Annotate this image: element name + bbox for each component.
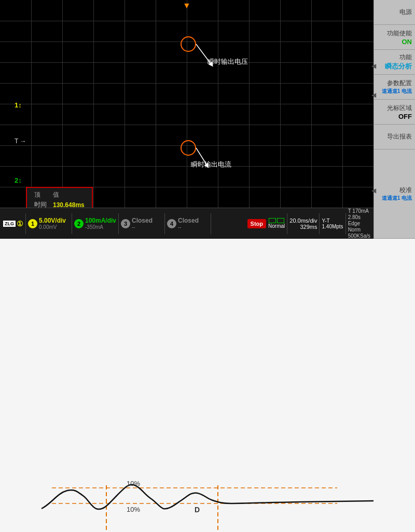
- data-box-col1: 顶: [31, 190, 50, 200]
- ch4-sub: --: [178, 224, 199, 230]
- scope-main: ▼ 1↕ 2↕ T →: [0, 0, 374, 239]
- oscilloscope-panel: ▼ 1↕ 2↕ T →: [0, 0, 415, 239]
- channel-1-indicator: ①: [17, 220, 23, 228]
- ch2-block[interactable]: 2 100mA/div -350mA: [74, 217, 116, 230]
- sidebar-cursor[interactable]: 光标区域 OFF: [374, 100, 415, 125]
- trigger-time-val: 2.80s: [348, 214, 370, 220]
- data-box-time-val: 130.648ms: [50, 200, 88, 208]
- diagram-section: 10% 10% D C Δt: [0, 239, 415, 532]
- ch1-offset: 0.00mV: [39, 224, 66, 230]
- divider-2: [72, 213, 72, 234]
- trigger-mode-block: Normal: [268, 218, 285, 229]
- ch3-status: Closed: [132, 217, 153, 224]
- diagram-svg: 10% 10% D C Δt: [0, 239, 415, 532]
- sidebar-cursor-value: OFF: [398, 113, 412, 120]
- ch4-info: Closed --: [178, 217, 199, 230]
- sidebar-function[interactable]: ◀ 功能 瞬态分析: [374, 50, 415, 75]
- current-annotation-circle: [181, 140, 196, 156]
- sidebar-params[interactable]: ◀ 参数配置 道通道1 电流: [374, 75, 415, 100]
- ch4-status: Closed: [178, 217, 199, 224]
- divider-6: [287, 213, 287, 234]
- divider-5: [211, 213, 211, 234]
- sidebar-enable[interactable]: 功能使能 ON: [374, 25, 415, 50]
- divider-7: [319, 213, 320, 234]
- stop-button[interactable]: Stop: [247, 219, 266, 228]
- sidebar-arrow-params: ◀: [371, 91, 376, 99]
- trigger-ks: 500KSa/s: [348, 233, 370, 239]
- ch2-number: 2: [74, 219, 84, 228]
- trigger-marker-top: ▼: [183, 1, 191, 10]
- sidebar-calibrate-sublabel: 道通道1 电流: [382, 195, 412, 202]
- sidebar-function-value: 瞬态分析: [385, 62, 412, 71]
- ch2-scope-label: 2↕: [15, 176, 22, 184]
- sidebar-enable-label: 功能使能: [387, 29, 412, 38]
- svg-text:10%: 10%: [127, 480, 140, 487]
- divider-4: [164, 213, 165, 234]
- sidebar-arrow-calibrate: ◀: [371, 187, 376, 194]
- measurement-data-box: 顶 值 时间 130.648ms: [26, 187, 93, 208]
- sidebar-calibrate[interactable]: ◀ 校准 道通道1 电流: [374, 149, 415, 239]
- yt-label: Y-T: [322, 218, 329, 224]
- mode-icon-sq1: [269, 218, 276, 223]
- ch2-waveform: [0, 0, 156, 78]
- ch3-info: Closed --: [132, 217, 153, 230]
- ch3-number: 3: [121, 219, 130, 228]
- sidebar-export[interactable]: 导出报表: [374, 125, 415, 149]
- sidebar-export-label: 导出报表: [387, 132, 412, 141]
- memory-val: 329ms: [300, 224, 317, 230]
- ch1-scope-label: 1↕: [15, 101, 22, 109]
- sidebar-function-label: 功能: [399, 53, 412, 62]
- ch2-info: 100mA/div -350mA: [85, 217, 116, 230]
- sidebar-cursor-label: 光标区域: [387, 104, 412, 113]
- sidebar-params-label: 参数配置: [387, 79, 412, 88]
- current-annotation-label: 瞬时输出电流: [191, 160, 231, 169]
- yt-block: Y-T 1.40Mpts: [322, 218, 343, 229]
- trigger-edge: Edge: [348, 221, 370, 226]
- mode-icon-sq2: [277, 218, 284, 223]
- sidebar-params-sublabel: 道通道1 电流: [382, 88, 412, 95]
- sidebar-calibrate-label: 校准: [399, 186, 412, 195]
- trigger-t-val: T 170mA: [348, 208, 370, 214]
- divider-3: [118, 213, 119, 234]
- sidebar-power-label: 电源: [399, 8, 412, 17]
- svg-text:10%: 10%: [127, 506, 140, 513]
- ch2-div: 100mA/div: [85, 217, 116, 224]
- trigger-norm: Norm: [348, 227, 370, 233]
- zlg-brand: ZLG: [3, 221, 16, 227]
- svg-text:D: D: [195, 506, 200, 514]
- voltage-annotation-label: 瞬时输出电压: [208, 57, 248, 66]
- sidebar-arrow-function: ◀: [371, 62, 376, 70]
- trigger-mode-label: Normal: [268, 223, 285, 229]
- ch4-number: 4: [167, 219, 176, 228]
- scope-bottom-bar: ZLG ① 1 5.00V/div 0.00mV 2 100mA/div -35…: [0, 208, 374, 239]
- voltage-annotation-circle: [181, 36, 196, 52]
- trigger-scope-label: T →: [15, 138, 26, 145]
- ch2-offset: -350mA: [85, 224, 116, 230]
- ch4-block[interactable]: 4 Closed --: [167, 217, 209, 230]
- data-box-col2: 值: [50, 190, 88, 200]
- zlg-logo: ZLG ①: [3, 220, 23, 228]
- divider-8: [345, 213, 346, 234]
- scope-sidebar: 电源 功能使能 ON ◀ 功能 瞬态分析 ◀ 参数配置 道通道1 电流 光标区域…: [374, 0, 415, 239]
- ch1-div: 5.00V/div: [39, 217, 66, 224]
- scope-screen[interactable]: ▼ 1↕ 2↕ T →: [0, 0, 374, 208]
- time-div-block: 20.0ms/div 329ms: [289, 217, 317, 230]
- trigger-detail-block: T 170mA 2.80s Edge Norm 500KSa/s: [348, 208, 370, 239]
- divider-1: [25, 213, 26, 234]
- ch3-sub: --: [132, 224, 153, 230]
- ch1-info: 5.00V/div 0.00mV: [39, 217, 66, 230]
- ch1-number: 1: [28, 219, 37, 228]
- sidebar-power[interactable]: 电源: [374, 0, 415, 25]
- ch1-block[interactable]: 1 5.00V/div 0.00mV: [28, 217, 70, 230]
- data-box-time-label: 时间: [31, 200, 50, 208]
- time-div-val: 20.0ms/div: [289, 217, 317, 224]
- sidebar-enable-value: ON: [402, 38, 412, 46]
- mpts-val: 1.40Mpts: [322, 224, 343, 229]
- ch3-block[interactable]: 3 Closed --: [121, 217, 162, 230]
